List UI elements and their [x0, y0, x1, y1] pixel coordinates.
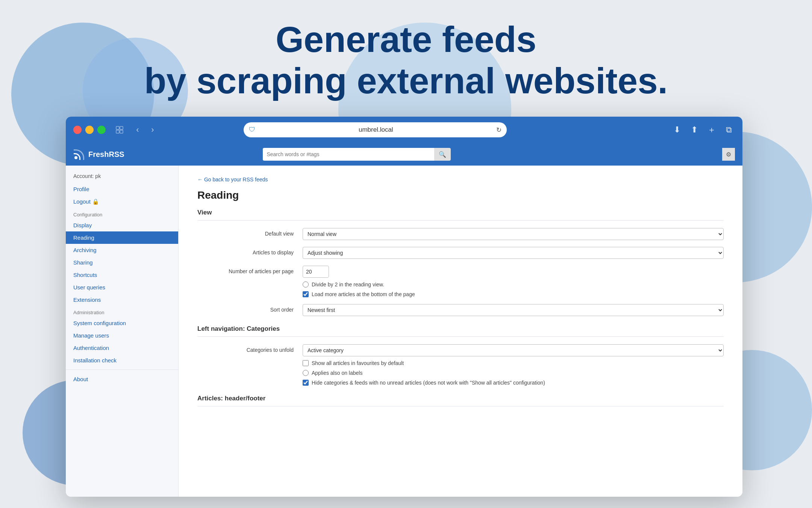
sidebar-item-user-queries[interactable]: User queries [66, 281, 178, 294]
app-logo[interactable]: FreshRSS [73, 148, 124, 160]
applies-on-labels-label: Applies also on labels [312, 370, 362, 376]
divide-by-2-radio[interactable] [303, 281, 309, 287]
show-all-favourites-checkbox[interactable] [303, 360, 309, 366]
field-articles-to-display: Articles to display Adjust showing All a… [197, 247, 724, 259]
close-button[interactable] [73, 126, 82, 134]
show-all-favourites-row: Show all articles in favourites by defau… [303, 360, 724, 366]
load-more-checkbox[interactable] [303, 291, 309, 297]
section-articles-header-footer: Articles: header/footer [197, 395, 724, 406]
sort-order-select[interactable]: Newest first Oldest first [303, 304, 724, 316]
share-icon[interactable]: ⬆ [688, 124, 700, 136]
back-button[interactable]: ‹ [131, 123, 144, 136]
sidebar-item-system-configuration[interactable]: System configuration [66, 317, 178, 329]
sidebar-item-about[interactable]: About [66, 373, 178, 385]
sidebar-item-shortcuts[interactable]: Shortcuts [66, 269, 178, 281]
tab-icon [113, 123, 126, 136]
applies-on-labels-radio[interactable] [303, 370, 309, 376]
svg-rect-0 [116, 126, 119, 129]
load-more-label: Load more articles at the bottom of the … [312, 291, 415, 297]
field-categories-to-unfold: Categories to unfold Active category All… [197, 344, 724, 386]
shield-icon: 🛡 [249, 126, 255, 134]
app-name: FreshRSS [88, 150, 124, 159]
hide-empty-categories-label: Hide categories & feeds with no unread a… [312, 380, 545, 386]
reload-icon[interactable]: ↻ [496, 126, 501, 134]
articles-to-display-control: Adjust showing All articles Unread artic… [303, 247, 724, 259]
section-articles-header-footer-title: Articles: header/footer [197, 395, 724, 406]
section-view: View Default view Normal view Global vie… [197, 209, 724, 316]
sidebar-item-archiving[interactable]: Archiving [66, 244, 178, 256]
sort-order-control: Newest first Oldest first [303, 304, 724, 316]
articles-to-display-label: Articles to display [197, 247, 303, 256]
section-left-navigation: Left navigation: Categories Categories t… [197, 325, 724, 386]
browser-window: ‹ › 🛡 umbrel.local ↻ ⬇ ⬆ ＋ ⧉ FreshRSS 🔍 [66, 117, 742, 497]
search-bar[interactable]: 🔍 [263, 148, 451, 161]
app-header: FreshRSS 🔍 ⚙ [66, 143, 742, 166]
sidebar: Account: pk Profile Logout 🔒 Configurati… [66, 166, 179, 497]
browser-toolbar-right: ⬇ ⬆ ＋ ⧉ [671, 124, 735, 136]
default-view-select[interactable]: Normal view Global view Reader view [303, 228, 724, 240]
divide-by-2-label: Divide by 2 in the reading view. [312, 281, 384, 287]
search-input[interactable] [263, 148, 434, 161]
categories-to-unfold-select[interactable]: Active category All categories None [303, 344, 724, 356]
settings-button[interactable]: ⚙ [722, 148, 735, 161]
sidebar-item-manage-users[interactable]: Manage users [66, 329, 178, 342]
browser-nav: ‹ › [131, 123, 159, 136]
field-articles-per-page: Number of articles per page Divide by 2 … [197, 266, 724, 297]
sidebar-item-logout[interactable]: Logout 🔒 [66, 195, 178, 208]
minimize-button[interactable] [85, 126, 94, 134]
main-content: ← Go back to your RSS feeds Reading View… [179, 166, 742, 497]
headline-line2: by scraping external websites. [0, 60, 812, 102]
hide-empty-categories-checkbox[interactable] [303, 380, 309, 386]
sort-order-label: Sort order [197, 304, 303, 313]
section-left-nav-title: Left navigation: Categories [197, 325, 724, 337]
address-bar[interactable]: 🛡 umbrel.local ↻ [244, 122, 507, 137]
windows-icon[interactable]: ⧉ [723, 124, 735, 136]
section-view-title: View [197, 209, 724, 221]
url-text: umbrel.local [258, 126, 493, 134]
articles-per-page-label: Number of articles per page [197, 266, 303, 274]
sidebar-section-configuration: Configuration [66, 208, 178, 219]
show-all-favourites-label: Show all articles in favourites by defau… [312, 360, 404, 366]
applies-on-labels-row: Applies also on labels [303, 370, 724, 376]
sidebar-item-authentication[interactable]: Authentication [66, 342, 178, 354]
sidebar-account: Account: pk [66, 171, 178, 183]
load-more-row: Load more articles at the bottom of the … [303, 291, 724, 297]
divide-by-2-row: Divide by 2 in the reading view. [303, 281, 724, 287]
svg-rect-2 [116, 130, 119, 133]
articles-per-page-input[interactable] [303, 266, 329, 278]
forward-button[interactable]: › [146, 123, 159, 136]
browser-chrome: ‹ › 🛡 umbrel.local ↻ ⬇ ⬆ ＋ ⧉ [66, 117, 742, 143]
field-sort-order: Sort order Newest first Oldest first [197, 304, 724, 316]
traffic-lights [73, 126, 106, 134]
app-body: Account: pk Profile Logout 🔒 Configurati… [66, 166, 742, 497]
articles-per-page-control: Divide by 2 in the reading view. Load mo… [303, 266, 724, 297]
new-tab-icon[interactable]: ＋ [706, 124, 718, 136]
default-view-control: Normal view Global view Reader view [303, 228, 724, 240]
search-button[interactable]: 🔍 [434, 148, 451, 161]
back-link[interactable]: ← Go back to your RSS feeds [197, 176, 268, 183]
page-title: Reading [197, 189, 724, 201]
default-view-label: Default view [197, 228, 303, 237]
sidebar-item-reading[interactable]: Reading [66, 231, 178, 244]
headline-line1: Generate feeds [0, 19, 812, 60]
categories-to-unfold-control: Active category All categories None Show… [303, 344, 724, 386]
hide-empty-categories-row: Hide categories & feeds with no unread a… [303, 380, 724, 386]
headline: Generate feeds by scraping external webs… [0, 19, 812, 102]
sidebar-item-sharing[interactable]: Sharing [66, 256, 178, 269]
download-icon[interactable]: ⬇ [671, 124, 683, 136]
sidebar-item-display[interactable]: Display [66, 219, 178, 231]
freshrss-logo-icon [73, 148, 85, 160]
svg-rect-1 [120, 126, 123, 129]
field-default-view: Default view Normal view Global view Rea… [197, 228, 724, 240]
sidebar-item-extensions[interactable]: Extensions [66, 294, 178, 306]
sidebar-item-profile[interactable]: Profile [66, 183, 178, 195]
categories-to-unfold-label: Categories to unfold [197, 344, 303, 353]
articles-to-display-select[interactable]: Adjust showing All articles Unread artic… [303, 247, 724, 259]
maximize-button[interactable] [97, 126, 106, 134]
svg-rect-3 [120, 130, 123, 133]
sidebar-section-administration: Administration [66, 306, 178, 317]
sidebar-item-installation-check[interactable]: Installation check [66, 354, 178, 367]
